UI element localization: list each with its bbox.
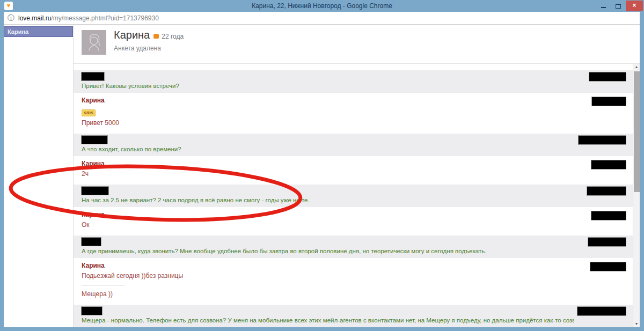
scroll-up-icon[interactable]: ▲: [633, 64, 640, 70]
sms-badge: sms: [82, 109, 96, 116]
message-texts: Привет 5000: [82, 119, 574, 127]
message-texts: А что входит, сколько по времени?: [82, 145, 574, 153]
sender-name[interactable]: Карина: [82, 211, 574, 218]
profile-age: 22 года: [162, 33, 184, 40]
title-bar[interactable]: ♥ Карина, 22, Нижний Новгород - Google C…: [0, 0, 644, 12]
contacts-sidebar: Карина: [4, 25, 74, 327]
message-texts: Привет! Каковы условия встречи?: [82, 82, 574, 90]
message-texts: 2ч: [82, 170, 574, 178]
message-text: 2ч: [82, 170, 574, 178]
message-row[interactable]: А где принимаешь, куда звонить? Мне вооб…: [74, 236, 633, 258]
redacted-name: [82, 187, 108, 195]
message-text: Привет! Каковы условия встречи?: [82, 82, 574, 90]
close-button[interactable]: ×: [626, 1, 643, 11]
message-row[interactable]: Карина Подьезжай сегодня ))без разницыМе…: [74, 258, 633, 305]
redacted-name: [82, 307, 102, 315]
url-domain: love.mail.ru: [18, 14, 51, 22]
redacted-timestamp: [590, 262, 626, 271]
message-text: Мещера )): [82, 290, 574, 298]
page-info-icon[interactable]: ⓘ: [8, 13, 14, 23]
window-title: Карина, 22, Нижний Новгород - Google Chr…: [0, 0, 644, 12]
redacted-name: [82, 72, 104, 80]
message-row[interactable]: Карина 2ч: [74, 156, 633, 185]
message-text: Ок: [82, 221, 574, 229]
message-row[interactable]: Карина Ок: [74, 207, 633, 236]
maximize-icon: [616, 4, 621, 9]
chat-panel: Карина 22 года Анкета удалена Привет! Ка…: [74, 25, 640, 327]
redacted-timestamp: [579, 136, 626, 144]
avatar[interactable]: [82, 30, 106, 55]
zodiac-icon: [153, 34, 159, 39]
message-texts: На час за 2.5 не вариант? 2 часа подряд …: [82, 196, 574, 204]
redacted-timestamp: [591, 160, 626, 169]
message-text: На час за 2.5 не вариант? 2 часа подряд …: [82, 196, 574, 204]
redacted-timestamp: [591, 211, 626, 220]
url-path: /my/message.phtml?uid=1713796930: [51, 14, 158, 22]
profile-header: Карина 22 года Анкета удалена: [74, 25, 640, 64]
message-row[interactable]: Привет! Каковы условия встречи?: [74, 70, 633, 93]
message-divider: [82, 285, 125, 285]
sidebar-item-karina[interactable]: Карина: [4, 26, 73, 37]
message-texts: Мещера - нормально. Телефон есть для соз…: [82, 317, 574, 325]
redacted-timestamp: [577, 307, 626, 315]
message-row[interactable]: Мещера - нормально. Телефон есть для соз…: [74, 305, 633, 327]
sender-name[interactable]: Карина: [82, 97, 574, 104]
minimize-button[interactable]: [596, 1, 611, 11]
redacted-timestamp: [587, 187, 626, 195]
scrollbar[interactable]: ▲ ▼: [633, 64, 640, 327]
message-text: Мещера - нормально. Телефон есть для соз…: [82, 317, 574, 325]
message-text: А где принимаешь, куда звонить? Мне вооб…: [82, 247, 574, 255]
redacted-name: [82, 136, 107, 144]
profile-status: Анкета удалена: [114, 45, 161, 52]
message-texts: Ок: [82, 221, 574, 229]
scroll-down-icon[interactable]: ▼: [633, 321, 640, 327]
message-row[interactable]: На час за 2.5 не вариант? 2 часа подряд …: [74, 185, 633, 207]
message-row[interactable]: Карина sms Привет 5000: [74, 93, 633, 134]
sender-name[interactable]: Карина: [82, 160, 574, 167]
scroll-thumb[interactable]: [634, 71, 640, 192]
message-text: Подьезжай сегодня ))без разницы: [82, 272, 574, 280]
message-texts: А где принимаешь, куда звонить? Мне вооб…: [82, 247, 574, 255]
browser-window: ♥ Карина, 22, Нижний Новгород - Google C…: [0, 0, 644, 331]
url-text[interactable]: love.mail.ru/my/message.phtml?uid=171379…: [18, 14, 159, 22]
woman-silhouette-icon: [82, 30, 106, 55]
minimize-icon: [601, 7, 606, 8]
redacted-timestamp: [592, 97, 626, 106]
message-text: А что входит, сколько по времени?: [82, 145, 574, 153]
message-texts: Подьезжай сегодня ))без разницыМещера )): [82, 272, 574, 298]
message-list[interactable]: Привет! Каковы условия встречи? Карина s…: [74, 64, 633, 327]
profile-name: Карина: [114, 29, 150, 41]
redacted-timestamp: [589, 72, 626, 81]
maximize-button[interactable]: [611, 1, 626, 11]
sender-name[interactable]: Карина: [82, 262, 574, 269]
redacted-timestamp: [588, 238, 626, 246]
address-bar[interactable]: ⓘ love.mail.ru/my/message.phtml?uid=1713…: [4, 12, 640, 25]
message-row[interactable]: А что входит, сколько по времени?: [74, 134, 633, 156]
message-text: Привет 5000: [82, 119, 574, 127]
redacted-name: [82, 238, 101, 246]
